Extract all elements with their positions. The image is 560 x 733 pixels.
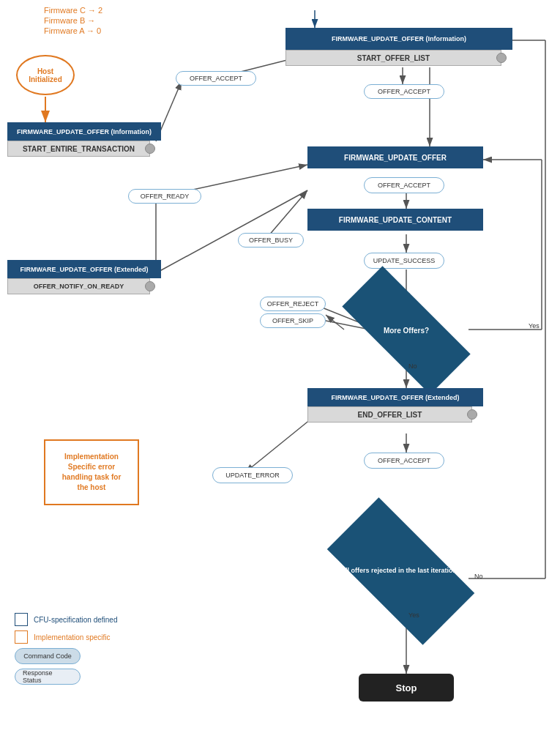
update-error-pill: UPDATE_ERROR	[212, 467, 293, 483]
no-label-1: No	[408, 362, 417, 370]
firmware-update-offer-box: FIRMWARE_UPDATE_OFFER	[307, 146, 483, 168]
legend-cfu-label: CFU-specification defined	[34, 616, 118, 624]
end-offer-list-circle	[467, 409, 477, 420]
legend-box-orange	[15, 630, 28, 644]
end-offer-list-header: FIRMWARE_UPDATE_OFFER (Extended)	[307, 388, 483, 406]
start-offer-list-sub: START_OFFER_LIST	[285, 50, 501, 66]
offer-notify-sub: OFFER_NOTIFY_ON_READY	[7, 278, 150, 294]
diagram-container: Firmware C → 2 Firmware B → Firmware A →…	[0, 0, 560, 733]
firmware-b-label: Firmware B →	[44, 16, 102, 25]
svg-line-23	[245, 416, 315, 472]
start-offer-list-header: FIRMWARE_UPDATE_OFFER (Information)	[285, 28, 512, 50]
legend-box-blue	[15, 613, 28, 626]
offer-accept-pill-3: OFFER_ACCEPT	[364, 177, 444, 193]
legend-command: Command Code	[15, 648, 118, 664]
offer-accept-pill-2: OFFER_ACCEPT	[364, 84, 444, 99]
no-label-2: No	[474, 573, 483, 580]
legend-response: Response Status	[15, 669, 118, 685]
legend-impl-label: Implementation specific	[34, 633, 111, 641]
more-offers-diamond: More Offers?	[344, 302, 468, 359]
svg-line-28	[326, 315, 344, 330]
offer-busy-pill: OFFER_BUSY	[238, 233, 304, 248]
offer-skip-pill: OFFER_SKIP	[260, 313, 326, 328]
firmware-update-content-box: FIRMWARE_UPDATE_CONTENT	[307, 209, 483, 231]
offer-accept-pill-4: OFFER_ACCEPT	[364, 453, 444, 469]
yes-label-2: Yes	[408, 611, 419, 619]
legend: CFU-specification defined Implementation…	[15, 613, 118, 689]
start-entire-circle	[145, 144, 155, 154]
legend-cfu: CFU-specification defined	[15, 613, 118, 626]
offer-ready-pill: OFFER_READY	[128, 189, 201, 204]
stop-box: Stop	[359, 674, 454, 702]
all-rejected-diamond: All offers rejected in the last iteratio…	[333, 535, 468, 608]
start-entire-header: FIRMWARE_UPDATE_OFFER (Information)	[7, 122, 161, 141]
yes-label-1: Yes	[529, 322, 540, 330]
update-success-pill: UPDATE_SUCCESS	[364, 253, 444, 269]
offer-notify-circle	[145, 281, 155, 291]
firmware-a-label: Firmware A → 0	[44, 26, 102, 35]
legend-impl: Implementation specific	[15, 630, 118, 644]
offer-accept-pill-1: OFFER_ACCEPT	[176, 71, 256, 86]
impl-specific-box: Implementation Specific error handling t…	[44, 439, 139, 505]
more-offers-text: More Offers?	[384, 326, 429, 335]
offer-notify-header: FIRMWARE_UPDATE_OFFER (Extended)	[7, 260, 161, 278]
offer-reject-pill: OFFER_REJECT	[260, 297, 326, 311]
start-entire-sub: START_ENTIRE_TRANSACTION	[7, 141, 150, 157]
start-offer-list-circle	[496, 53, 507, 63]
firmware-labels: Firmware C → 2 Firmware B → Firmware A →…	[44, 6, 102, 35]
response-status-pill-legend: Response Status	[15, 669, 81, 685]
all-rejected-text: All offers rejected in the last iteratio…	[340, 567, 460, 576]
firmware-c-label: Firmware C → 2	[44, 6, 102, 15]
host-initialized: Host Initialized	[16, 55, 75, 95]
command-code-pill-legend: Command Code	[15, 648, 81, 664]
end-offer-list-sub: END_OFFER_LIST	[307, 406, 472, 423]
